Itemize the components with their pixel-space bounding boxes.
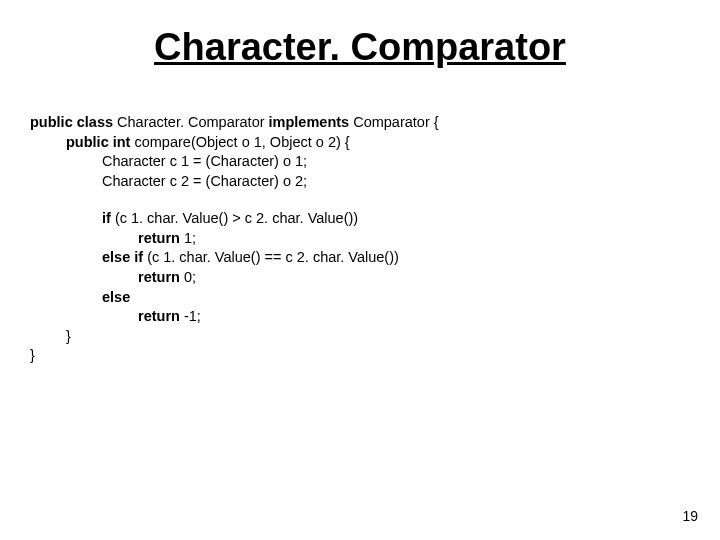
code-text: -1; bbox=[184, 308, 201, 324]
code-line: } bbox=[66, 327, 690, 347]
keyword-return: return bbox=[138, 230, 184, 246]
slide-title: Character. Comparator bbox=[30, 26, 690, 69]
code-line: Character c 1 = (Character) o 1; bbox=[102, 152, 690, 172]
code-line: } bbox=[30, 346, 690, 366]
code-line: Character c 2 = (Character) o 2; bbox=[102, 172, 690, 192]
blank-line bbox=[30, 191, 690, 209]
page-number: 19 bbox=[682, 508, 698, 524]
code-text: 1; bbox=[184, 230, 196, 246]
keyword-return: return bbox=[138, 308, 184, 324]
keyword-public-int: public int bbox=[66, 134, 134, 150]
code-text: (c 1. char. Value() > c 2. char. Value()… bbox=[115, 210, 358, 226]
keyword-return: return bbox=[138, 269, 184, 285]
code-line: if (c 1. char. Value() > c 2. char. Valu… bbox=[102, 209, 690, 229]
code-line: return 0; bbox=[138, 268, 690, 288]
keyword-public-class: public class bbox=[30, 114, 117, 130]
code-text: compare(Object o 1, Object o 2) { bbox=[134, 134, 349, 150]
keyword-else: else bbox=[102, 289, 130, 305]
code-text: Comparator { bbox=[353, 114, 438, 130]
code-line: return 1; bbox=[138, 229, 690, 249]
code-line: return -1; bbox=[138, 307, 690, 327]
class-name: Character. Comparator bbox=[117, 114, 269, 130]
code-block: public class Character. Comparator imple… bbox=[30, 113, 690, 366]
code-line: else if (c 1. char. Value() == c 2. char… bbox=[102, 248, 690, 268]
code-line: public int compare(Object o 1, Object o … bbox=[66, 133, 690, 153]
keyword-else-if: else if bbox=[102, 249, 147, 265]
code-text: 0; bbox=[184, 269, 196, 285]
code-line: public class Character. Comparator imple… bbox=[30, 113, 690, 133]
keyword-implements: implements bbox=[269, 114, 354, 130]
code-line: else bbox=[102, 288, 690, 308]
keyword-if: if bbox=[102, 210, 115, 226]
slide: Character. Comparator public class Chara… bbox=[0, 0, 720, 540]
code-text: (c 1. char. Value() == c 2. char. Value(… bbox=[147, 249, 399, 265]
